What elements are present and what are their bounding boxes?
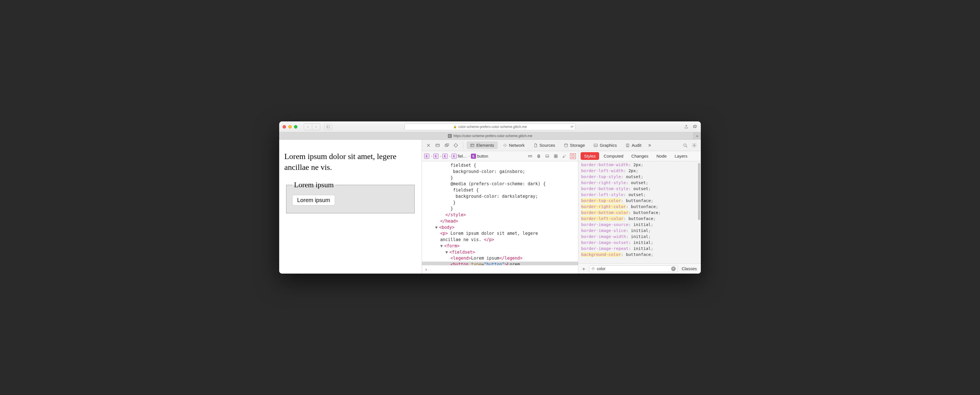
forward-button[interactable]: › — [312, 124, 320, 130]
breadcrumb-item[interactable]: E› — [442, 154, 451, 159]
dock-side-button[interactable] — [434, 142, 441, 149]
dom-line[interactable]: </style> — [425, 212, 466, 217]
dom-line[interactable]: background-color: gainsboro; — [425, 169, 525, 174]
style-property-row[interactable]: border-left-width: 2px; — [581, 168, 698, 174]
tab-network[interactable]: Network — [500, 141, 528, 149]
inspect-element-button[interactable] — [452, 142, 460, 149]
overflow-tabs-button[interactable] — [646, 142, 654, 149]
style-property-row[interactable]: border-right-style: outset; — [581, 180, 698, 186]
console-prompt[interactable]: › — [422, 265, 578, 274]
style-property-row[interactable]: border-bottom-style: outset; — [581, 186, 698, 192]
url-bar[interactable]: 🔒 color-scheme-prefers-color-scheme.glit… — [404, 123, 576, 130]
dom-line[interactable]: } — [425, 200, 455, 205]
dom-line[interactable]: ▼<form> — [425, 244, 460, 248]
share-button[interactable] — [684, 124, 689, 129]
page-preview: Lorem ipsum dolor sit amet, legere ancil… — [279, 140, 422, 274]
breadcrumb-item[interactable]: E› — [433, 154, 442, 159]
tab-graphics[interactable]: Graphics — [590, 141, 620, 149]
style-property-row[interactable]: border-image-width: initial; — [581, 234, 698, 240]
style-property-row[interactable]: border-image-source: initial; — [581, 222, 698, 228]
clear-filter-button[interactable]: ✕ — [671, 266, 676, 271]
dom-tree[interactable]: fieldset { background-color: gainsboro; … — [422, 161, 578, 265]
tab-strip: C https://color-scheme-prefers-color-sch… — [279, 132, 701, 140]
new-tab-button[interactable]: + — [694, 132, 701, 140]
svg-rect-28 — [538, 156, 539, 158]
svg-point-16 — [564, 143, 568, 145]
dom-line[interactable]: fieldset { — [425, 188, 479, 193]
style-property-row[interactable]: border-image-slice: initial; — [581, 228, 698, 234]
back-button[interactable]: ‹ — [304, 124, 312, 130]
dom-line[interactable]: <button type="button">Lorem — [422, 262, 578, 265]
breadcrumb-item[interactable]: E› — [424, 154, 433, 159]
print-icon[interactable] — [536, 153, 542, 159]
tab-audit[interactable]: Audit — [622, 141, 645, 149]
style-property-row[interactable]: border-left-style: outset; — [581, 192, 698, 198]
page-button[interactable]: Lorem ipsum — [292, 195, 335, 205]
svg-rect-32 — [556, 154, 557, 156]
page-form: Lorem ipsum Lorem ipsum — [284, 181, 417, 213]
dom-line[interactable]: <legend>Lorem ipsum</legend> — [425, 256, 522, 261]
dom-line[interactable]: } — [425, 175, 453, 180]
close-window-button[interactable] — [283, 125, 286, 129]
style-property-row[interactable]: border-right-color: buttonface; — [581, 204, 698, 210]
styles-tab-node[interactable]: Node — [653, 152, 670, 160]
svg-rect-4 — [436, 144, 439, 147]
style-property-row[interactable]: border-top-style: outset; — [581, 174, 698, 180]
dom-line[interactable]: ancillae ne vis. </p> — [425, 237, 494, 242]
breadcrumb-item[interactable]: Efiel…› — [452, 154, 470, 159]
style-property-row[interactable]: border-top-color: buttonface; — [581, 198, 698, 204]
dom-line[interactable]: </head> — [425, 218, 458, 224]
ruler-icon[interactable] — [527, 153, 533, 159]
tab-sources[interactable]: Sources — [530, 141, 558, 149]
dom-pane: E› E› E› Efiel…› Ebutton — [422, 151, 578, 274]
tab-storage-label: Storage — [570, 143, 585, 148]
tab-overview-button[interactable] — [692, 124, 697, 129]
styles-tab-layers[interactable]: Layers — [671, 152, 691, 160]
url-host: color-scheme-prefers-color-scheme.glitch… — [458, 125, 527, 129]
dom-line[interactable]: fieldset { — [425, 163, 476, 168]
reload-button[interactable]: ⟳ — [571, 125, 573, 129]
svg-rect-13 — [471, 144, 474, 147]
device-icon[interactable] — [544, 153, 550, 159]
dock-popout-button[interactable] — [443, 142, 450, 149]
classes-button[interactable]: Classes — [680, 266, 698, 271]
style-property-row[interactable]: border-image-outset: initial; — [581, 240, 698, 246]
style-property-row[interactable]: border-left-color: buttonface; — [581, 216, 698, 222]
svg-rect-31 — [554, 154, 556, 156]
tab-elements-label: Elements — [476, 143, 494, 148]
new-rule-button[interactable]: ＋ — [581, 266, 587, 272]
search-button[interactable] — [681, 142, 689, 149]
dom-line[interactable]: <p> Lorem ipsum dolor sit amet, legere — [425, 231, 538, 236]
dom-line[interactable]: ▼<body> — [425, 225, 454, 230]
styles-filter-input[interactable]: color ✕ — [589, 265, 678, 272]
tab-title[interactable]: https://color-scheme-prefers-color-schem… — [453, 134, 533, 138]
zoom-window-button[interactable] — [294, 125, 298, 129]
tab-storage[interactable]: Storage — [560, 141, 589, 149]
show-sidebar-button[interactable] — [324, 124, 332, 130]
style-property-row[interactable]: border-bottom-width: 2px; — [581, 162, 698, 168]
settings-button[interactable] — [690, 142, 698, 149]
minimize-window-button[interactable] — [288, 125, 292, 129]
paint-icon[interactable] — [562, 153, 567, 159]
grid-icon[interactable] — [553, 153, 558, 159]
styles-tab-styles[interactable]: Styles — [581, 152, 599, 160]
nav-buttons: ‹ › — [304, 123, 320, 130]
svg-point-8 — [454, 143, 458, 147]
dom-line[interactable]: ▼<fieldset> — [425, 250, 475, 255]
dom-line[interactable]: background-color: darkslategray; — [425, 194, 538, 199]
dom-line[interactable]: } — [425, 206, 453, 211]
style-property-row[interactable]: border-image-repeat: initial; — [581, 246, 698, 252]
tab-favicon: C — [448, 134, 452, 138]
styles-tab-computed[interactable]: Computed — [600, 152, 627, 160]
styles-list[interactable]: border-bottom-width: 2px;border-left-wid… — [578, 161, 701, 263]
close-devtools-button[interactable] — [425, 142, 432, 149]
svg-rect-7 — [446, 143, 449, 146]
style-property-row[interactable]: background-color: buttonface; — [581, 252, 698, 258]
tab-elements[interactable]: Elements — [467, 141, 498, 149]
tab-sources-label: Sources — [539, 143, 555, 148]
styles-tab-changes[interactable]: Changes — [628, 152, 652, 160]
breadcrumb-item-selected[interactable]: Ebutton — [471, 154, 488, 159]
compositing-icon[interactable] — [570, 153, 576, 159]
style-property-row[interactable]: border-bottom-color: buttonface; — [581, 210, 698, 216]
dom-line[interactable]: @media (prefers-color-scheme: dark) { — [425, 181, 546, 186]
